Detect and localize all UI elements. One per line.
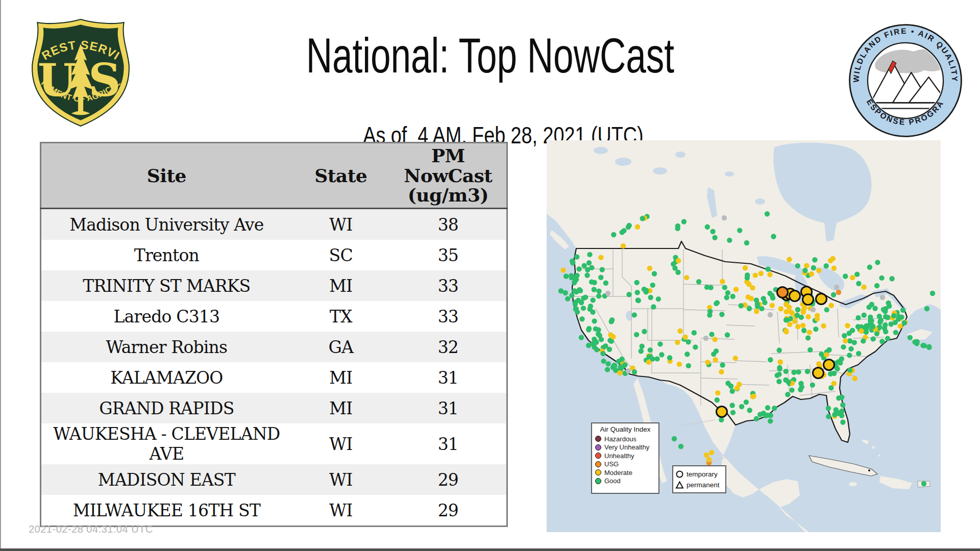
table-row: WAUKESHA - CLEVELAND AVEWI31 [41, 423, 507, 464]
city-dot [868, 469, 870, 471]
monitor-dot [667, 355, 672, 360]
monitor-dot [605, 361, 610, 366]
monitor-dot [899, 314, 904, 319]
monitor-dot [893, 320, 898, 325]
monitor-dot [802, 268, 807, 273]
monitor-dot [874, 331, 879, 336]
monitor-dot [744, 240, 749, 245]
monitor-dot [600, 351, 605, 356]
monitor-dot [816, 268, 821, 273]
site-cell: KALAMAZOO [41, 362, 292, 393]
monitor-dot [730, 294, 736, 299]
monitor-dot [734, 386, 740, 391]
monitor-dot [786, 380, 791, 385]
monitor-dot [749, 296, 754, 301]
monitor-dot [893, 330, 898, 335]
monitor-dot [681, 219, 687, 224]
monitor-dot [867, 265, 872, 270]
monitor-dot [686, 363, 691, 368]
monitor-dot [847, 353, 852, 358]
monitor-dot [648, 295, 653, 300]
monitor-dot [812, 257, 817, 262]
monitor-dot [871, 336, 876, 341]
monitor-dot [852, 340, 857, 345]
monitor-dot [926, 344, 932, 349]
monitor-dot [589, 279, 594, 284]
monitor-dot [862, 313, 867, 318]
monitor-dot [617, 370, 622, 375]
monitor-dot [600, 267, 605, 272]
monitor-dot [824, 263, 829, 268]
top-sites-table: Site State PM NowCast (ug/m3) Madison Un… [40, 142, 508, 527]
monitor-dot [573, 302, 578, 307]
monitor-dot [640, 344, 645, 349]
monitor-dot [841, 344, 846, 349]
monitor-dot [705, 224, 710, 230]
monitor-dot [616, 359, 621, 364]
monitor-dot [650, 283, 655, 288]
monitor-dot [807, 330, 812, 335]
col-header-state: State [292, 143, 390, 209]
monitor-dot [579, 300, 584, 305]
state-cell: GA [292, 332, 390, 362]
monitor-dot [787, 257, 792, 262]
monitor-dot [815, 316, 820, 321]
table-row: Warner RobinsGA32 [41, 332, 507, 362]
marker-legend-temporary: temporary [675, 469, 723, 480]
top-site-marker [717, 407, 727, 417]
monitor-dot [654, 356, 659, 361]
monitor-dot [634, 332, 639, 337]
monitor-dot [569, 293, 574, 298]
pm-value-cell: 31 [390, 423, 507, 464]
site-cell: MILWAUKEE 16TH ST [41, 495, 292, 527]
monitor-dot [594, 347, 599, 352]
monitor-dot [883, 314, 888, 319]
monitor-dot [872, 306, 877, 311]
col-header-pm-nowcast: PM NowCast (ug/m3) [390, 143, 507, 209]
aqi-legend-item: USG [595, 460, 655, 469]
monitor-dot [642, 329, 647, 334]
monitor-dot [747, 408, 752, 413]
monitor-dot [644, 289, 649, 294]
site-cell: Laredo C313 [41, 301, 292, 332]
monitor-dot [707, 309, 713, 314]
monitor-dot [834, 285, 839, 290]
monitor-dot [777, 366, 782, 371]
monitor-dot [587, 252, 592, 257]
site-cell: GRAND RAPIDS [41, 393, 292, 423]
table-row: Laredo C313TX33 [41, 301, 507, 332]
monitor-dot [657, 341, 663, 346]
monitor-dot [728, 384, 733, 389]
monitor-dot [570, 260, 575, 265]
monitor-dot [842, 333, 847, 338]
monitor-dot [579, 335, 584, 340]
monitor-dot [677, 362, 682, 367]
monitor-dot [705, 360, 710, 365]
monitor-dot [854, 271, 860, 277]
monitor-dot [605, 367, 610, 372]
monitor-dot [783, 329, 789, 334]
table-row: MADISON EASTWI29 [41, 464, 507, 495]
monitor-dot [743, 265, 748, 270]
wfaqrp-logo: WILDLAND FIRE • AIR QUALITY RESPONSE PRO… [847, 22, 964, 139]
monitor-dot [768, 357, 773, 362]
monitor-dot [801, 328, 806, 333]
monitor-dot [733, 356, 738, 361]
monitor-dot [792, 319, 797, 324]
monitor-dot [586, 326, 592, 331]
monitor-dot [708, 285, 714, 290]
marker-legend-permanent: permanent [675, 480, 723, 490]
monitor-dot [652, 271, 657, 276]
monitor-dot [676, 258, 681, 263]
monitor-dot [725, 332, 730, 337]
monitor-dot [692, 330, 697, 335]
monitor-dot [590, 310, 595, 315]
monitor-dot [886, 300, 891, 306]
monitor-dot [656, 296, 661, 302]
monitor-dot [800, 323, 805, 328]
state-cell: MI [292, 393, 390, 423]
monitor-dot [861, 285, 866, 290]
monitor-dot [611, 232, 616, 237]
monitor-dot [684, 352, 690, 357]
top-site-marker [813, 368, 824, 379]
